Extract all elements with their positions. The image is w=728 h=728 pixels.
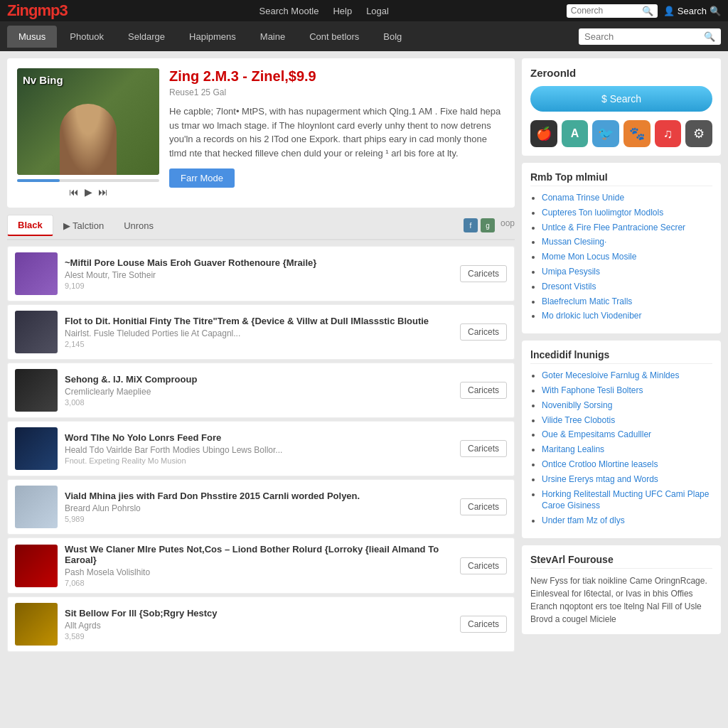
song-title-5: Wust We Claner Mlre Putes Not,Cos – Lion… [65,544,453,565]
rmb-link-3[interactable]: Mussan Clesiing· [542,237,606,247]
content-tab-talction[interactable]: ▶ Talction [53,216,114,235]
caricets-btn-4[interactable]: Caricets [460,498,507,515]
top-navigation: Zingmp3 Search Mootle Help Logal 🔍 👤 Sea… [0,0,728,21]
list-item: Oue & Empesitams Cadulller [542,429,712,441]
song-thumbnail-5 [15,545,58,587]
app-icon-settings[interactable]: ⚙ [685,120,712,147]
caricets-btn-3[interactable]: Caricets [460,440,507,457]
list-item: With Faphone Tesli Bolters [542,385,712,397]
logo-text2: mp3 [37,1,67,19]
inc-link-5[interactable]: Maritang Lealins [542,444,604,454]
media-overlay-title: Nv Bing [23,74,63,86]
inc-link-6[interactable]: Ontlce Crotloo Mlortine leasels [542,459,658,469]
player-prev-btn[interactable]: ⏮ [69,186,79,198]
list-item: Goter Mecesloive Farnlug & Minldes [542,370,712,382]
song-thumbnail-4 [15,486,58,528]
top-search-button[interactable]: 👤 Search 🔍 [663,6,721,16]
list-item: Mome Mon Locus Mosile [542,251,712,263]
song-artist-0: Alest Moutr, Tire Sotheir [65,270,453,280]
tab-bolg[interactable]: Bolg [372,26,413,48]
top-search-icon: 🔍 [642,6,653,16]
app-icon-pet[interactable]: 🐾 [623,120,651,147]
share-icon[interactable]: g [481,218,495,232]
top-search-bar[interactable]: 🔍 [567,4,658,18]
top-search-input[interactable] [571,6,642,16]
inc-link-7[interactable]: Ursine Ererys mtag and Words [542,474,658,484]
second-navigation: Musus Photuok Seldarge Hapipmens Maine C… [0,21,728,51]
inc-link-8[interactable]: Horking Relitestall Mucting UFC Cami Pla… [542,489,709,511]
inc-link-4[interactable]: Oue & Empesitams Cadulller [542,429,651,439]
caricets-btn-6[interactable]: Caricets [460,616,507,633]
nav-search-icon: 🔍 [704,31,715,42]
song-count-4: 5,989 [65,515,453,523]
inc-link-3[interactable]: Vilide Tree Clobotis [542,415,615,425]
content-tab-black[interactable]: Black [7,215,53,236]
song-item: Word Tlhe No Yolo Lonrs Feed Fore Heald … [7,421,515,476]
rmb-link-6[interactable]: Dresont Vistils [542,282,596,291]
tab-maine[interactable]: Maine [249,26,296,48]
list-item: Vilide Tree Clobotis [542,414,712,427]
list-item: Mo drlokic luch Viodeniber [542,310,712,322]
list-item: Untlce & Fire Flee Pantracione Secrer [542,222,712,234]
rmb-top-box: Rmb Top mlmiuI Conama Trinse Unide Cupte… [522,163,721,333]
song-count-0: 9,109 [65,282,453,290]
zeroonid-box: ZeroonId $ Search 🍎 A 🐦 🐾 ♫ ⚙ [522,58,721,156]
rmb-link-1[interactable]: Cupteres Ton luolimgtor Modlols [542,208,663,218]
player-controls: ⏮ ▶ ⏭ [17,186,159,198]
farr-mode-button[interactable]: Farr Mode [169,168,235,188]
top-nav-logal[interactable]: Logal [366,6,389,16]
rmb-link-2[interactable]: Untlce & Fire Flee Pantracione Secrer [542,223,685,232]
rmb-link-7[interactable]: Blaefreclum Matic Tralls [542,296,632,306]
rmb-top-title: Rmb Top mlmiuI [530,171,712,186]
tab-seldarge[interactable]: Seldarge [117,26,176,48]
media-player: Nv Bing ⏮ ▶ ⏭ [17,68,159,198]
caricets-btn-2[interactable]: Caricets [460,382,507,399]
tab-cont-betlors[interactable]: Cont betlors [298,26,370,48]
song-info-2: Sehong &. lJ. MiX Comprooup Cremliclearl… [65,374,453,407]
incedidif-box: lncedidif lnunigs Goter Mecesloive Farnl… [522,341,721,538]
content-tab-unrons[interactable]: Unrons [114,216,164,235]
song-title-3: Word Tlhe No Yolo Lonrs Feed Fore [65,432,453,443]
left-panel: Nv Bing ⏮ ▶ ⏭ Zing 2.M.3 - Zinel,$9.9 Re… [7,58,515,652]
list-item: Under tfam Mz of dlys [542,515,712,527]
app-icon-twitter[interactable]: 🐦 [592,120,619,147]
player-next-btn[interactable]: ⏭ [98,186,108,198]
song-title-6: Sit Bellow For lll {Sob;Rgry Hestcy [65,608,453,619]
rmb-link-0[interactable]: Conama Trinse Unide [542,193,624,203]
app-icon-apple[interactable]: 🍎 [530,120,557,147]
top-nav-help[interactable]: Help [333,6,352,16]
player-play-btn[interactable]: ▶ [85,186,92,198]
list-item: Ursine Ererys mtag and Words [542,473,712,486]
app-icon-music[interactable]: ♫ [655,120,682,147]
song-info-3: Word Tlhe No Yolo Lonrs Feed Fore Heald … [65,432,453,465]
tab-musus[interactable]: Musus [7,26,57,48]
rmb-link-8[interactable]: Mo drlokic luch Viodeniber [542,311,642,321]
rmb-link-4[interactable]: Mome Mon Locus Mosile [542,252,636,262]
media-thumb-bg: Nv Bing [17,68,159,175]
inc-link-0[interactable]: Goter Mecesloive Farnlug & Minldes [542,370,679,380]
inc-link-2[interactable]: Noveniblly Sorsing [542,400,612,410]
nav-search-bar[interactable]: 🔍 [579,28,721,45]
app-icon-a[interactable]: A [562,120,589,147]
player-progress-bar[interactable] [17,179,159,182]
nav-search-input[interactable] [584,31,704,42]
inc-link-9[interactable]: Under tfam Mz of dlys [542,515,625,525]
song-item: ~Miftil Pore Louse Mais Eroh Guaver Roth… [7,246,515,301]
song-artist-4: Breard Alun Pohrslo [65,503,453,513]
tab-hapipmens[interactable]: Hapipmens [178,26,247,48]
site-logo[interactable]: Zingmp3 [7,1,68,20]
app-icons: 🍎 A 🐦 🐾 ♫ ⚙ [530,120,712,147]
inc-link-1[interactable]: With Faphone Tesli Bolters [542,385,643,395]
caricets-btn-5[interactable]: Caricets [460,557,507,574]
rmb-link-5[interactable]: Umipa Pesysils [542,267,600,277]
caricets-btn-1[interactable]: Caricets [460,323,507,341]
song-list: ~Miftil Pore Louse Mais Eroh Guaver Roth… [7,246,515,652]
tab-photuok[interactable]: Photuok [58,26,115,48]
song-info-0: ~Miftil Pore Louse Mais Eroh Guaver Roth… [65,257,453,290]
stev-arl-title: StevArl Fourouse [530,554,712,569]
media-person-silhouette [60,104,117,175]
facebook-icon[interactable]: f [464,218,478,232]
top-nav-search-mode[interactable]: Search Mootle [259,6,319,16]
zeroonid-search-button[interactable]: $ Search [530,86,712,112]
caricets-btn-0[interactable]: Caricets [460,265,507,282]
